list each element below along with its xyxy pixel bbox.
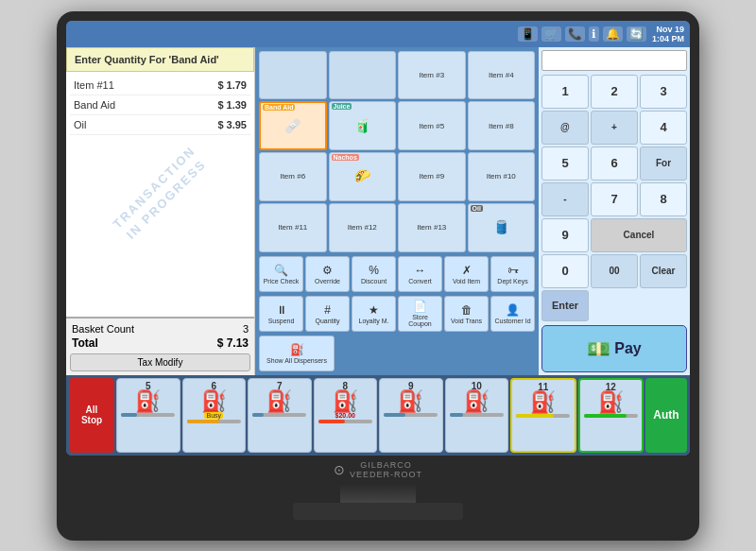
item-name-2: Band Aid [74, 99, 115, 111]
disp10-icon: ⛽ [464, 391, 490, 412]
disp9-progress [384, 413, 438, 417]
item-name-3: Oil [74, 119, 86, 130]
product-grid: Item #3 Item #4 Band Aid 🩹 Juice 🧃 Item … [257, 49, 537, 254]
num-3-button[interactable]: 3 [640, 75, 687, 109]
num-5-button[interactable]: 5 [541, 146, 589, 181]
quantity-button[interactable]: # Quantity [305, 296, 350, 332]
customer-id-button[interactable]: 👤 Customer Id [490, 296, 535, 332]
pay-icon: 💵 [587, 337, 610, 360]
cancel-button[interactable]: Cancel [591, 218, 687, 252]
total-label: Total [72, 336, 98, 350]
price-check-button[interactable]: 🔍 Price Check [259, 256, 303, 292]
product-cell-oil[interactable]: Oil 🛢️ [468, 203, 536, 252]
num-8-button[interactable]: 8 [640, 182, 687, 216]
dispenser-6[interactable]: 6 ⛽ Busy [182, 378, 247, 453]
basket-total-row: Total $ 7.13 [70, 336, 250, 351]
product-cell-item11[interactable]: Item #11 [259, 203, 327, 252]
loyalty-button[interactable]: ★ Loyalty M. [352, 296, 396, 332]
dispenser-10[interactable]: 10 ⛽ [445, 378, 509, 453]
dispenser-9[interactable]: 9 ⛽ [379, 378, 443, 453]
minus-button[interactable]: - [541, 182, 589, 216]
double-zero-button[interactable]: 00 [591, 254, 638, 288]
num-9-button[interactable]: 9 [541, 218, 589, 252]
all-stop-button[interactable]: All Stop [69, 378, 114, 453]
product-cell-empty1[interactable] [259, 51, 327, 100]
disp12-progress [584, 414, 638, 418]
pay-button[interactable]: 💵 Pay [541, 325, 687, 372]
num-1-button[interactable]: 1 [541, 75, 589, 109]
product-cell-item10[interactable]: Item #10 [468, 152, 536, 201]
product-cell-item12[interactable]: Item #12 [329, 203, 397, 252]
bell-icon: 🔔 [603, 26, 623, 42]
product-cell-item4[interactable]: Item #4 [468, 51, 536, 100]
oil-badge: Oil [471, 205, 483, 212]
show-all-dispensers-button[interactable]: ⛽ Show All Dispensers [259, 336, 335, 371]
void-item-button[interactable]: ✗ Void Item [444, 256, 489, 292]
num-6-button[interactable]: 6 [591, 146, 638, 181]
dispenser-8[interactable]: 8 ⛽ $20.00 [314, 378, 378, 453]
disp12-icon: ⛽ [598, 392, 624, 413]
void-trans-button[interactable]: 🗑 Void Trans [444, 296, 489, 332]
product-cell-juice[interactable]: Juice 🧃 [329, 101, 397, 150]
price-check-icon: 🔍 [274, 264, 288, 277]
disp8-icon: ⛽ [333, 391, 358, 412]
disp7-progress [252, 413, 306, 417]
enter-button[interactable]: Enter [541, 290, 589, 321]
stand-neck [340, 484, 416, 503]
dispenser-5[interactable]: 5 ⛽ [116, 378, 180, 453]
product-cell-empty2[interactable] [329, 51, 397, 100]
item-price-2: $ 1.39 [217, 99, 247, 111]
dept-keys-button[interactable]: 🗝 Dept Keys [490, 256, 535, 292]
discount-button[interactable]: % Discount [352, 256, 396, 292]
dispenser-11[interactable]: 11 ⛽ [510, 378, 576, 453]
product-cell-item6[interactable]: Item #6 [259, 152, 327, 201]
nachos-img: 🌮 [354, 168, 370, 183]
item-price-1: $ 1.79 [217, 79, 247, 91]
override-button[interactable]: ⚙ Override [305, 256, 350, 292]
info-icon: ℹ [589, 26, 599, 42]
numpad-display [541, 50, 687, 71]
item-name-1: Item #11 [74, 79, 114, 91]
for-button[interactable]: For [640, 146, 687, 181]
dispenser-7[interactable]: 7 ⛽ [248, 378, 312, 453]
product-cell-bandaid[interactable]: Band Aid 🩹 [259, 101, 327, 150]
action-bar-2: ⏸ Suspend # Quantity ★ Loyalty M. 📄 Stor… [257, 294, 537, 334]
store-coupon-icon: 📄 [413, 300, 427, 313]
override-icon: ⚙ [322, 264, 333, 277]
suspend-button[interactable]: ⏸ Suspend [259, 296, 303, 332]
num-7-button[interactable]: 7 [591, 182, 638, 216]
num-0-button[interactable]: 0 [541, 254, 589, 288]
tax-modify-button[interactable]: Tax Modify [70, 353, 250, 371]
disp10-progress [450, 413, 504, 417]
store-coupon-button[interactable]: 📄 Store Coupon [398, 296, 442, 332]
disp8-progress [318, 420, 372, 423]
action-bar-1: 🔍 Price Check ⚙ Override % Discount ↔ Co… [257, 254, 537, 294]
basket-count-row: Basket Count 3 [70, 322, 250, 336]
product-cell-item5[interactable]: Item #5 [398, 101, 466, 150]
juice-img: 🧃 [354, 118, 370, 133]
cart-icon: 🛒 [541, 26, 561, 42]
disp8-amount: $20.00 [335, 412, 355, 419]
convert-button[interactable]: ↔ Convert [398, 256, 442, 292]
qty-header: Enter Quantity For 'Band Aid' [66, 47, 254, 72]
auth-button[interactable]: Auth [645, 378, 687, 453]
dispenser-12[interactable]: 12 ⛽ [578, 378, 644, 453]
clear-button[interactable]: Clear [640, 254, 687, 288]
product-cell-item3[interactable]: Item #3 [398, 51, 466, 100]
product-cell-item8[interactable]: Item #8 [468, 101, 536, 150]
product-cell-item9[interactable]: Item #9 [398, 152, 466, 201]
item-row-3: Oil $ 3.95 [70, 115, 250, 135]
disp11-progress [516, 414, 570, 418]
top-bar: 📱 🛒 📞 ℹ 🔔 🔄 Nov 19 1:04 PM [66, 21, 690, 47]
customer-id-icon: 👤 [506, 303, 520, 317]
main-content: Enter Quantity For 'Band Aid' Item #11 $… [66, 47, 690, 375]
phone2-icon: 📞 [565, 26, 585, 42]
num-2-button[interactable]: 2 [591, 75, 638, 109]
num-4-button[interactable]: 4 [640, 111, 687, 145]
at-button[interactable]: @ [541, 111, 589, 145]
plus-button[interactable]: + [591, 111, 638, 145]
product-cell-nachos[interactable]: Nachos 🌮 [329, 152, 397, 201]
disp7-icon: ⛽ [266, 391, 292, 412]
product-cell-item13[interactable]: Item #13 [398, 203, 466, 252]
item-price-3: $ 3.95 [217, 119, 247, 130]
